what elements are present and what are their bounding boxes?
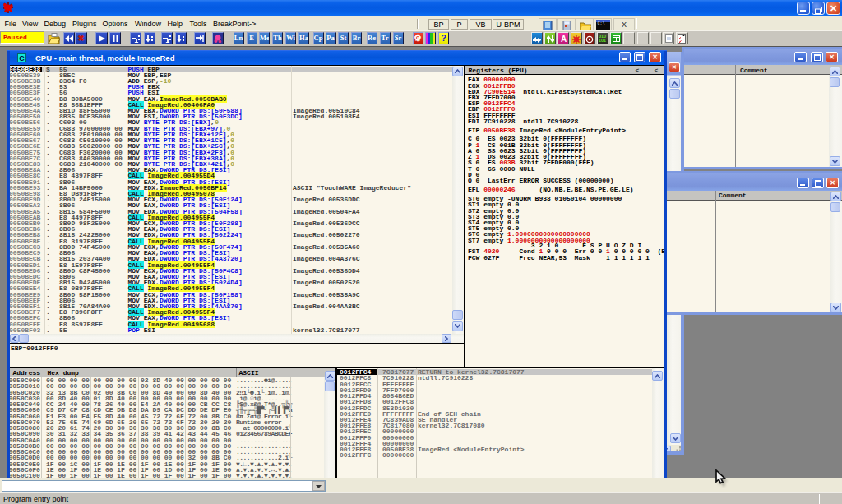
svg-text:A: A — [560, 35, 566, 43]
